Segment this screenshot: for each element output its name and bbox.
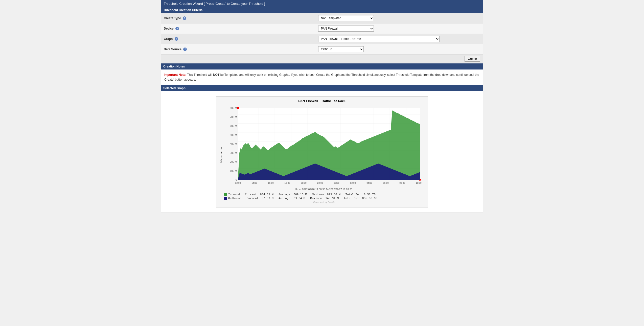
chart-wrapper: 800 M 700 M 600 M 500 M 400 M 300 M 200 … [224,105,424,203]
data-source-row: Data Source ? traffic_in traffic_out [161,44,483,55]
graph-row: Graph ? PAN Firewall - Traffic - ae1/ae1 [161,34,483,44]
create-type-row: Create Type ? Non Templated Threshold Te… [161,13,483,24]
data-source-help-icon[interactable]: ? [183,48,187,51]
svg-text:18:00: 18:00 [284,182,290,184]
svg-text:14:00: 14:00 [251,182,257,184]
device-value-cell: PAN Firewall [316,24,483,34]
device-label: Device ? [161,24,316,34]
svg-text:700 M: 700 M [230,116,237,119]
selected-graph-body: PAN Firewall - Traffic - ae1/ae1 bits pe… [161,91,483,213]
criteria-section-header: Threshold Creation Criteria [161,7,483,13]
inbound-color-swatch [224,193,227,196]
chart-time-range: From 2022/09/26 11:08:33 To 2022/09/27 1… [224,188,424,191]
svg-text:04:00: 04:00 [366,182,372,184]
outbound-color-swatch [224,197,227,200]
svg-text:300 M: 300 M [230,152,237,154]
graph-value-cell: PAN Firewall - Traffic - ae1/ae1 [316,34,483,44]
svg-text:06:00: 06:00 [383,182,389,184]
graph-container: PAN Firewall - Traffic - ae1/ae1 bits pe… [216,96,428,207]
create-button[interactable]: Create [465,56,480,62]
top-bar: Threshold Creation Wizard [ Press 'Creat… [161,0,483,7]
graph-title: PAN Firewall - Traffic - ae1/ae1 [220,99,424,103]
svg-point-23 [237,107,239,109]
svg-text:20:00: 20:00 [301,182,307,184]
svg-text:100 M: 100 M [230,170,237,172]
graph-select[interactable]: PAN Firewall - Traffic - ae1/ae1 [318,36,440,42]
create-type-help-icon[interactable]: ? [183,16,186,20]
create-button-row: Create [161,55,483,63]
svg-text:800 M: 800 M [230,107,237,109]
y-axis-label: bits per second [220,105,223,203]
create-button-cell: Create [161,55,483,63]
page-wrapper: Threshold Creation Wizard [ Press 'Creat… [161,0,483,213]
svg-text:500 M: 500 M [230,134,237,136]
creation-notes-header: Creation Notes [161,63,483,69]
wizard-title: Threshold Creation Wizard [ Press 'Creat… [164,2,265,6]
graph-help-icon[interactable]: ? [175,37,178,41]
svg-text:02:00: 02:00 [350,182,356,184]
device-select[interactable]: PAN Firewall [318,26,374,32]
inbound-label: Inbound Current: 804.89 M Average: 609.1… [228,193,376,196]
legend-inbound-row: Inbound Current: 804.89 M Average: 609.1… [224,193,424,196]
chart-legend: Inbound Current: 804.89 M Average: 609.1… [224,193,424,200]
svg-text:600 M: 600 M [230,125,237,127]
outbound-label: Outbound Current: 97.53 M Average: 83.04… [228,197,377,200]
device-row: Device ? PAN Firewall [161,24,483,34]
svg-text:10:00: 10:00 [416,182,422,184]
svg-text:0: 0 [236,178,237,181]
create-type-value-cell: Non Templated Threshold Template [316,13,483,24]
create-type-select[interactable]: Non Templated Threshold Template [318,15,374,21]
creation-notes-body: Important Note: This Threshold will NOT … [161,69,483,85]
important-label: Important Note: [164,73,186,77]
svg-text:00:00: 00:00 [334,182,339,184]
creation-notes-text: Important Note: This Threshold will NOT … [164,73,480,82]
notes-not: NOT [213,73,219,77]
chart-svg: 800 M 700 M 600 M 500 M 400 M 300 M 200 … [224,105,424,186]
graph-label: Graph ? [161,34,316,44]
data-source-value-cell: traffic_in traffic_out [316,44,483,55]
legend-outbound-row: Outbound Current: 97.53 M Average: 83.04… [224,197,424,200]
svg-text:400 M: 400 M [230,143,237,145]
data-source-select[interactable]: traffic_in traffic_out [318,46,364,52]
criteria-table: Create Type ? Non Templated Threshold Te… [161,13,483,63]
svg-text:22:00: 22:00 [317,182,323,184]
notes-text1: This Threshold will [187,73,213,77]
svg-text:08:00: 08:00 [399,182,405,184]
device-help-icon[interactable]: ? [175,27,179,30]
svg-text:12:00: 12:00 [235,182,241,184]
data-source-label: Data Source ? [161,44,316,55]
svg-text:16:00: 16:00 [268,182,274,184]
generated-by: Generated by Cacti® [224,201,424,203]
create-type-label: Create Type ? [161,13,316,24]
graph-area: bits per second 800 M [220,105,424,203]
svg-text:200 M: 200 M [230,160,237,163]
selected-graph-header: Selected Graph [161,85,483,91]
